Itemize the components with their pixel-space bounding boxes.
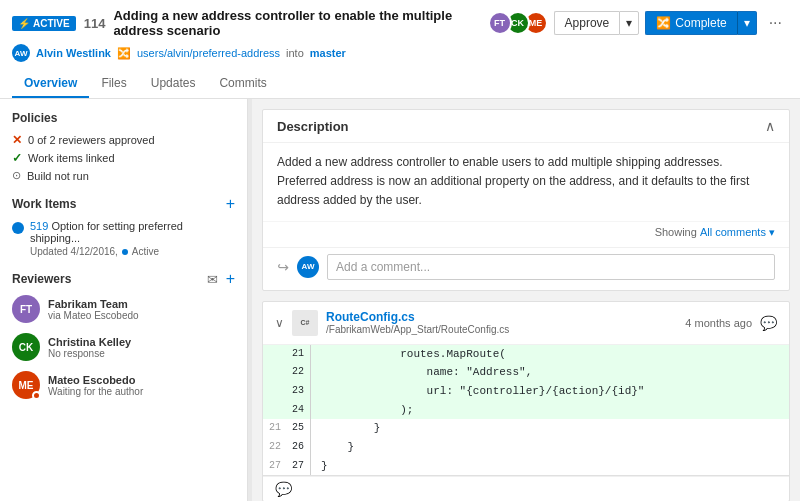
code-new-num-1: 22 (287, 363, 311, 382)
lightning-icon: ⚡ (18, 18, 30, 29)
reviewer-info-2: Mateo Escobedo Waiting for the author (48, 374, 143, 397)
branch-link[interactable]: users/alvin/preferred-address (137, 47, 280, 59)
active-dot (122, 249, 128, 255)
work-items-title: Work Items (12, 197, 76, 211)
pr-icon: 🔀 (117, 47, 131, 60)
code-old-num-3 (263, 401, 287, 420)
description-card: Description ∧ Added a new address contro… (262, 109, 790, 291)
dropdown-chevron[interactable]: ▾ (769, 226, 775, 239)
code-line-5: } (311, 438, 354, 457)
main-layout: Policies ✕ 0 of 2 reviewers approved ✓ W… (0, 99, 800, 501)
check-icon: ✓ (12, 151, 22, 165)
reviewer-badge-2 (32, 391, 41, 400)
file-comment-button[interactable]: 💬 (760, 315, 777, 331)
description-body: Added a new address controller to enable… (263, 143, 789, 221)
work-item-details: 519 Option for setting preferred shippin… (30, 220, 235, 257)
file-name[interactable]: RouteConfig.cs (326, 310, 509, 324)
header-meta-row: AW Alvin Westlink 🔀 users/alvin/preferre… (12, 44, 788, 62)
code-new-num-5: 26 (287, 438, 311, 457)
file-card: ∨ C# RouteConfig.cs /FabrikamWeb/App_Sta… (262, 301, 790, 501)
work-items-section: Work Items + 519 Option for setting pref… (12, 196, 235, 257)
pr-title: Adding a new address controller to enabl… (113, 8, 479, 38)
showing-bar: Showing All comments ▾ (263, 221, 789, 247)
code-new-num-2: 23 (287, 382, 311, 401)
policies-section: Policies ✕ 0 of 2 reviewers approved ✓ W… (12, 111, 235, 182)
code-line-3: ); (311, 401, 413, 420)
code-old-num-2 (263, 382, 287, 401)
reviewer-avatar-1: CK (12, 333, 40, 361)
reviewer-name-2: Mateo Escobedo (48, 374, 143, 386)
reply-icon: ↩ (277, 259, 289, 275)
file-collapse-button[interactable]: ∨ (275, 316, 284, 330)
content-area: Description ∧ Added a new address contro… (252, 99, 800, 501)
reviewer-item-0: FT Fabrikam Team via Mateo Escobedo (12, 295, 235, 323)
reviewer-via-1: No response (48, 348, 131, 359)
add-reviewer-button[interactable]: + (226, 271, 235, 287)
inline-comment-button[interactable]: 💬 (275, 481, 292, 497)
reviewer-info-1: Christina Kelley No response (48, 336, 131, 359)
code-row-6: 27 27 } (263, 457, 789, 477)
avatar-reviewer-1: FT (488, 11, 512, 35)
reviewer-via-2: Waiting for the author (48, 386, 143, 397)
code-old-num-4: 21 (263, 419, 287, 438)
code-line-0: routes.MapRoute( (311, 345, 506, 364)
reviewer-name-1: Christina Kelley (48, 336, 131, 348)
pr-number: 114 (84, 16, 106, 31)
email-reviewers-button[interactable]: ✉ (207, 271, 218, 287)
file-time: 4 months ago (685, 317, 752, 329)
code-old-num-0 (263, 345, 287, 364)
description-collapse-button[interactable]: ∧ (765, 118, 775, 134)
author-avatar: AW (12, 44, 30, 62)
complete-icon: 🔀 (656, 16, 671, 30)
tab-overview[interactable]: Overview (12, 70, 89, 98)
header-actions: FT CK ME Approve ▾ 🔀 Complete ▾ ··· (488, 10, 788, 36)
policies-title: Policies (12, 111, 235, 125)
reviewer-avatar-2: ME (12, 371, 40, 399)
code-line-1: name: "Address", (311, 363, 532, 382)
code-row-2: 23 url: "{controller}/{action}/{id}" (263, 382, 789, 401)
code-row-1: 22 name: "Address", (263, 363, 789, 382)
tabs: Overview Files Updates Commits (12, 66, 788, 98)
file-path: /FabrikamWeb/App_Start/RouteConfig.cs (326, 324, 509, 335)
file-type-icon: C# (292, 310, 318, 336)
complete-dropdown-button[interactable]: ▾ (737, 11, 757, 35)
file-card-header: ∨ C# RouteConfig.cs /FabrikamWeb/App_Sta… (263, 302, 789, 345)
tab-updates[interactable]: Updates (139, 70, 208, 98)
tab-files[interactable]: Files (89, 70, 138, 98)
reviewer-item-2: ME Mateo Escobedo Waiting for the author (12, 371, 235, 399)
code-row-3: 24 ); (263, 401, 789, 420)
code-line-6: } (311, 457, 328, 476)
file-name-path: RouteConfig.cs /FabrikamWeb/App_Start/Ro… (326, 310, 509, 335)
header: ⚡ ACTIVE 114 Adding a new address contro… (0, 0, 800, 99)
code-row-0: 21 routes.MapRoute( (263, 345, 789, 364)
policy-item-1: ✓ Work items linked (12, 151, 235, 165)
more-button[interactable]: ··· (763, 10, 788, 36)
code-line-2: url: "{controller}/{action}/{id}" (311, 382, 644, 401)
reviewer-avatar-0: FT (12, 295, 40, 323)
author-name: Alvin Westlink (36, 47, 111, 59)
code-row-4: 21 25 } (263, 419, 789, 438)
tab-commits[interactable]: Commits (207, 70, 278, 98)
work-item-icon (12, 222, 24, 234)
all-comments-link[interactable]: All comments (700, 226, 766, 238)
approve-dropdown-button[interactable]: ▾ (619, 11, 639, 35)
reviewer-name-0: Fabrikam Team (48, 298, 139, 310)
reviewer-item-1: CK Christina Kelley No response (12, 333, 235, 361)
approve-button-group: Approve ▾ (554, 11, 640, 35)
reviewer-info-0: Fabrikam Team via Mateo Escobedo (48, 298, 139, 321)
complete-button[interactable]: 🔀 Complete (645, 11, 736, 35)
code-new-num-0: 21 (287, 345, 311, 364)
active-badge: ⚡ ACTIVE (12, 16, 76, 31)
code-new-num-6: 27 (287, 457, 311, 476)
comment-avatar: AW (297, 256, 319, 278)
target-branch[interactable]: master (310, 47, 346, 59)
code-new-num-4: 25 (287, 419, 311, 438)
add-work-item-button[interactable]: + (226, 196, 235, 212)
circle-icon: ⊙ (12, 169, 21, 182)
code-row-5: 22 26 } (263, 438, 789, 457)
comment-input[interactable]: Add a comment... (327, 254, 775, 280)
work-item-id[interactable]: 519 (30, 220, 48, 232)
code-block: 21 routes.MapRoute( 22 name: "Address", … (263, 345, 789, 477)
code-old-num-6: 27 (263, 457, 287, 476)
approve-button[interactable]: Approve (554, 11, 620, 35)
